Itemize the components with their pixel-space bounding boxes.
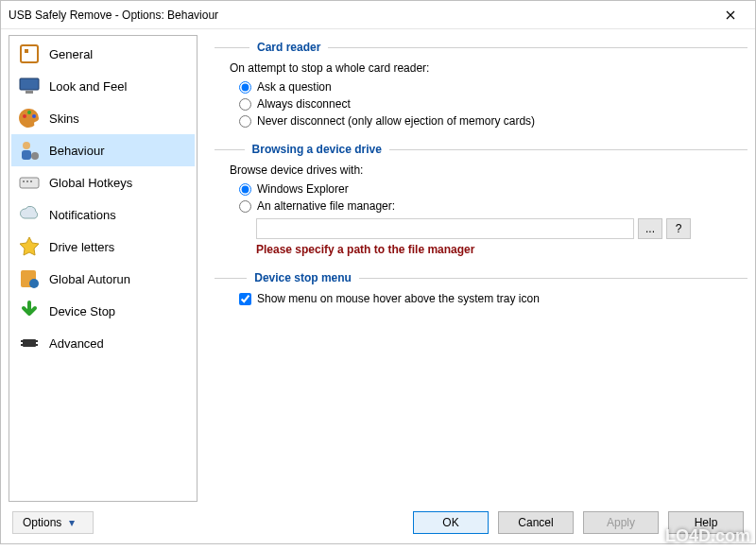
sidebar-item-look-and-feel[interactable]: Look and Feel xyxy=(11,70,195,102)
sidebar-item-label: Behaviour xyxy=(49,144,105,158)
apply-button[interactable]: Apply xyxy=(583,511,659,534)
radio-never-disconnect[interactable]: Never disconnect (only allow ejection of… xyxy=(239,114,747,128)
sidebar-item-label: Global Autorun xyxy=(49,272,130,286)
svg-point-5 xyxy=(27,111,31,114)
dialog-footer: Options ▾ OK Cancel Apply Help xyxy=(1,502,755,543)
autorun-icon xyxy=(17,266,42,291)
check-show-menu-hover[interactable]: Show menu on mouse hover above the syste… xyxy=(239,292,747,305)
sidebar-item-label: Advanced xyxy=(49,336,104,351)
content-pane: Card reader On attempt to stop a whole c… xyxy=(205,35,747,502)
group-device-stop-menu: Device stop menu Show menu on mouse hove… xyxy=(215,271,747,305)
svg-rect-2 xyxy=(20,78,39,90)
svg-rect-11 xyxy=(23,180,25,182)
svg-point-9 xyxy=(31,152,39,160)
svg-point-6 xyxy=(32,114,36,118)
svg-rect-13 xyxy=(30,180,32,182)
svg-rect-16 xyxy=(23,339,36,347)
sidebar-item-general[interactable]: General xyxy=(11,38,195,70)
radio-label: An alternative file manager: xyxy=(257,199,395,213)
dialog-body: General Look and Feel Skins Behaviour Gl… xyxy=(1,29,755,502)
monitor-icon xyxy=(17,74,42,98)
svg-rect-1 xyxy=(25,49,28,53)
chip-icon xyxy=(17,331,42,355)
close-button[interactable] xyxy=(713,5,747,26)
chevron-down-icon: ▾ xyxy=(69,516,75,529)
sidebar-item-behaviour[interactable]: Behaviour xyxy=(11,134,195,166)
options-label: Options xyxy=(23,516,61,529)
window-title: USB Safely Remove - Options: Behaviour xyxy=(9,9,713,22)
radio-input[interactable] xyxy=(239,81,251,94)
radio-label: Always disconnect xyxy=(257,97,351,111)
group-title: Device stop menu xyxy=(254,271,352,284)
card-reader-intro: On attempt to stop a whole card reader: xyxy=(230,61,747,75)
svg-rect-3 xyxy=(26,91,33,94)
palette-icon xyxy=(17,106,42,130)
sidebar-item-drive-letters[interactable]: Drive letters xyxy=(11,231,195,263)
svg-point-15 xyxy=(29,279,39,288)
keyboard-icon xyxy=(17,170,42,195)
svg-point-7 xyxy=(23,142,30,149)
path-help-button[interactable]: ? xyxy=(666,218,691,239)
file-manager-path-input[interactable] xyxy=(256,218,634,239)
category-sidebar: General Look and Feel Skins Behaviour Gl… xyxy=(9,35,198,502)
cloud-icon xyxy=(17,202,42,227)
sidebar-item-notifications[interactable]: Notifications xyxy=(11,198,195,231)
radio-label: Never disconnect (only allow ejection of… xyxy=(257,114,535,128)
browse-path-button[interactable]: ... xyxy=(638,218,662,239)
sidebar-item-global-autorun[interactable]: Global Autorun xyxy=(11,263,195,295)
svg-point-4 xyxy=(23,114,26,118)
radio-ask-question[interactable]: Ask a question xyxy=(239,80,747,94)
radio-always-disconnect[interactable]: Always disconnect xyxy=(239,97,747,111)
radio-label: Windows Explorer xyxy=(257,182,349,196)
sidebar-item-label: Device Stop xyxy=(49,304,115,318)
radio-label: Ask a question xyxy=(257,80,332,94)
sidebar-item-label: Skins xyxy=(49,112,79,126)
group-title: Card reader xyxy=(257,41,320,54)
svg-rect-0 xyxy=(21,45,38,62)
radio-input[interactable] xyxy=(239,98,251,111)
cancel-button[interactable]: Cancel xyxy=(498,511,574,534)
person-gear-icon xyxy=(17,138,42,163)
sidebar-item-skins[interactable]: Skins xyxy=(11,102,195,134)
options-window: USB Safely Remove - Options: Behaviour G… xyxy=(0,0,756,544)
sidebar-item-device-stop[interactable]: Device Stop xyxy=(11,295,195,327)
close-icon xyxy=(726,10,735,20)
group-title: Browsing a device drive xyxy=(252,143,382,156)
sidebar-item-label: Look and Feel xyxy=(49,79,127,94)
ok-button[interactable]: OK xyxy=(413,511,489,534)
group-browsing-device: Browsing a device drive Browse device dr… xyxy=(215,143,747,256)
svg-rect-8 xyxy=(22,150,31,160)
path-error-text: Please specify a path to the file manage… xyxy=(256,243,747,256)
arrow-down-icon xyxy=(17,299,42,323)
checkbox-label: Show menu on mouse hover above the syste… xyxy=(257,292,540,305)
radio-alt-file-manager[interactable]: An alternative file manager: xyxy=(239,199,747,213)
sidebar-item-label: Global Hotkeys xyxy=(49,176,132,190)
options-menu-button[interactable]: Options ▾ xyxy=(12,511,94,534)
svg-rect-10 xyxy=(20,178,39,188)
general-icon xyxy=(17,42,42,66)
radio-input[interactable] xyxy=(239,200,251,213)
help-button[interactable]: Help xyxy=(668,511,744,534)
checkbox-input[interactable] xyxy=(239,293,251,305)
star-icon xyxy=(17,234,42,259)
browse-intro: Browse device drives with: xyxy=(230,163,747,177)
sidebar-item-label: General xyxy=(49,47,93,61)
svg-rect-12 xyxy=(26,180,28,182)
radio-input[interactable] xyxy=(239,183,251,196)
sidebar-item-label: Drive letters xyxy=(49,240,114,254)
sidebar-item-global-hotkeys[interactable]: Global Hotkeys xyxy=(11,166,195,198)
radio-windows-explorer[interactable]: Windows Explorer xyxy=(239,182,747,196)
sidebar-item-label: Notifications xyxy=(49,208,116,222)
sidebar-item-advanced[interactable]: Advanced xyxy=(11,327,195,359)
titlebar: USB Safely Remove - Options: Behaviour xyxy=(1,1,755,29)
group-card-reader: Card reader On attempt to stop a whole c… xyxy=(215,41,747,128)
radio-input[interactable] xyxy=(239,115,251,128)
